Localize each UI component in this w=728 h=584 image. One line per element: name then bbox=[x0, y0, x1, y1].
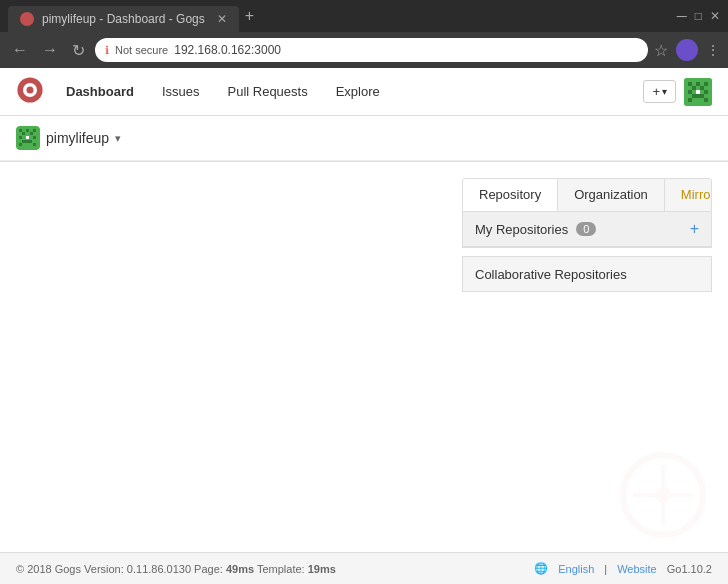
svg-rect-26 bbox=[33, 143, 36, 146]
svg-rect-4 bbox=[688, 82, 692, 86]
svg-rect-21 bbox=[19, 136, 22, 139]
my-repositories-label: My Repositories bbox=[475, 222, 568, 237]
user-breadcrumb: pimylifeup ▾ bbox=[0, 116, 728, 161]
plus-caret: ▾ bbox=[662, 86, 667, 97]
collab-label: Collaborative Repositories bbox=[475, 267, 627, 282]
url-display: 192.168.0.162:3000 bbox=[174, 43, 281, 57]
svg-rect-25 bbox=[19, 143, 22, 146]
browser-menu-button[interactable]: ⋮ bbox=[706, 42, 720, 58]
address-bar[interactable]: ℹ Not secure 192.168.0.162:3000 bbox=[95, 38, 648, 62]
svg-rect-16 bbox=[19, 129, 22, 132]
svg-rect-24 bbox=[22, 140, 32, 143]
svg-rect-18 bbox=[33, 129, 36, 132]
footer-website-link[interactable]: Website bbox=[617, 563, 657, 575]
footer-right: 🌐 English | Website Go1.10.2 bbox=[534, 562, 712, 575]
globe-icon: 🌐 bbox=[534, 562, 548, 575]
browser-navbar: ← → ↻ ℹ Not secure 192.168.0.162:3000 ☆ … bbox=[0, 32, 728, 68]
username-label[interactable]: pimylifeup bbox=[46, 130, 109, 146]
footer-copyright: © 2018 Gogs Version: 0.11.86.0130 Page: … bbox=[16, 563, 336, 575]
svg-rect-17 bbox=[26, 129, 29, 132]
browser-tab[interactable]: pimylifeup - Dashboard - Gogs ✕ bbox=[8, 6, 239, 32]
watermark bbox=[618, 450, 708, 544]
repo-tabs: Repository Organization Mirror bbox=[462, 178, 712, 212]
svg-rect-23 bbox=[33, 136, 36, 139]
main-content: Repository Organization Mirror My Reposi… bbox=[0, 162, 728, 308]
svg-point-2 bbox=[27, 86, 34, 93]
gogs-logo[interactable] bbox=[16, 76, 44, 108]
bookmark-star-icon[interactable]: ☆ bbox=[654, 41, 668, 60]
browser-titlebar: pimylifeup - Dashboard - Gogs ✕ + ─ □ ✕ bbox=[0, 0, 728, 32]
new-tab-button[interactable]: + bbox=[245, 7, 254, 25]
footer-separator: | bbox=[604, 563, 607, 575]
svg-point-30 bbox=[655, 487, 671, 503]
svg-rect-9 bbox=[688, 90, 692, 94]
collab-section: Collaborative Repositories bbox=[462, 256, 712, 292]
add-repository-button[interactable]: + bbox=[690, 220, 699, 238]
svg-rect-20 bbox=[30, 132, 33, 135]
footer-english-link[interactable]: English bbox=[558, 563, 594, 575]
svg-rect-13 bbox=[688, 98, 692, 102]
repo-count-badge: 0 bbox=[576, 222, 596, 236]
nav-pull-requests[interactable]: Pull Requests bbox=[221, 80, 313, 103]
back-button[interactable]: ← bbox=[8, 39, 32, 61]
user-avatar-small bbox=[16, 126, 40, 150]
my-repositories-header: My Repositories 0 + bbox=[463, 212, 711, 247]
nav-issues[interactable]: Issues bbox=[156, 80, 206, 103]
nav-explore[interactable]: Explore bbox=[330, 80, 386, 103]
reload-button[interactable]: ↻ bbox=[68, 39, 89, 62]
svg-rect-5 bbox=[696, 82, 700, 86]
right-panel: Repository Organization Mirror My Reposi… bbox=[462, 178, 712, 292]
tab-organization[interactable]: Organization bbox=[558, 179, 665, 211]
tab-close-button[interactable]: ✕ bbox=[217, 12, 227, 26]
collab-header: Collaborative Repositories bbox=[463, 257, 711, 291]
repo-section: My Repositories 0 + bbox=[462, 212, 712, 248]
left-panel bbox=[16, 178, 462, 292]
user-avatar-button[interactable] bbox=[684, 78, 712, 106]
minimize-button[interactable]: ─ bbox=[677, 8, 687, 24]
create-plus-button[interactable]: + ▾ bbox=[643, 80, 676, 103]
close-button[interactable]: ✕ bbox=[710, 9, 720, 23]
footer-go-version: Go1.10.2 bbox=[667, 563, 712, 575]
caret-icon: ▾ bbox=[115, 132, 121, 145]
plus-icon: + bbox=[652, 84, 660, 99]
security-icon: ℹ bbox=[105, 44, 109, 57]
not-secure-label: Not secure bbox=[115, 44, 168, 56]
svg-rect-6 bbox=[704, 82, 708, 86]
tab-title: pimylifeup - Dashboard - Gogs bbox=[42, 12, 205, 26]
forward-button[interactable]: → bbox=[38, 39, 62, 61]
tab-mirror[interactable]: Mirror bbox=[665, 179, 712, 211]
svg-rect-12 bbox=[692, 94, 704, 98]
nav-right-controls: ☆ ⋮ bbox=[654, 39, 720, 61]
header-right: + ▾ bbox=[643, 78, 712, 106]
svg-rect-14 bbox=[704, 98, 708, 102]
svg-rect-7 bbox=[692, 86, 696, 90]
svg-rect-22 bbox=[26, 136, 29, 139]
maximize-button[interactable]: □ bbox=[695, 9, 702, 23]
svg-rect-19 bbox=[22, 132, 25, 135]
tab-repository[interactable]: Repository bbox=[463, 179, 558, 211]
app-header: Dashboard Issues Pull Requests Explore +… bbox=[0, 68, 728, 116]
nav-dashboard[interactable]: Dashboard bbox=[60, 80, 140, 103]
my-repositories-title: My Repositories 0 bbox=[475, 222, 596, 237]
svg-rect-10 bbox=[696, 90, 700, 94]
svg-rect-11 bbox=[704, 90, 708, 94]
tab-favicon bbox=[20, 12, 34, 26]
svg-rect-8 bbox=[700, 86, 704, 90]
profile-circle-icon[interactable] bbox=[676, 39, 698, 61]
footer: © 2018 Gogs Version: 0.11.86.0130 Page: … bbox=[0, 552, 728, 584]
